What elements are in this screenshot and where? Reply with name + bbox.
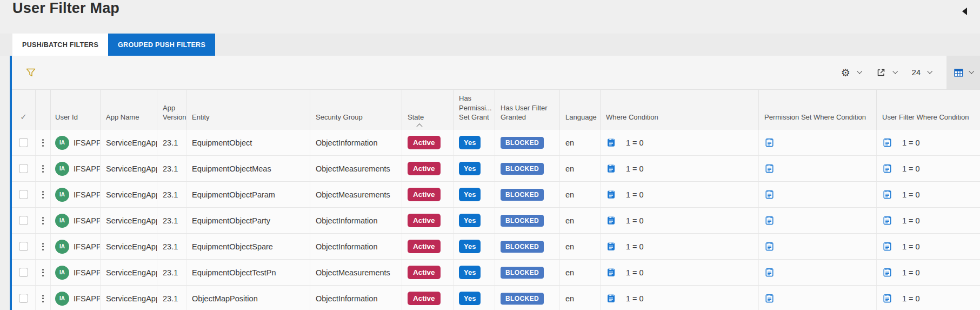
has-permission-set-grant-badge: Yes bbox=[459, 214, 481, 227]
row-menu-kebab-icon[interactable] bbox=[40, 267, 46, 279]
row-checkbox[interactable] bbox=[19, 242, 28, 251]
user-filter-where-condition-icon[interactable] bbox=[882, 215, 892, 226]
row-checkbox[interactable] bbox=[19, 294, 28, 303]
export-icon bbox=[876, 68, 886, 77]
user-filter-where-condition-icon[interactable] bbox=[882, 293, 892, 304]
chevron-down-icon bbox=[892, 69, 898, 74]
header-entity[interactable]: Entity bbox=[186, 90, 310, 130]
has-user-filter-granted-badge: BLOCKED bbox=[501, 293, 544, 305]
has-permission-set-grant-badge: Yes bbox=[459, 162, 481, 175]
user-filter-where-condition-icon[interactable] bbox=[882, 137, 892, 148]
header-kebab-spacer bbox=[36, 90, 51, 130]
filter-icon[interactable] bbox=[25, 67, 37, 78]
where-condition-icon[interactable] bbox=[606, 189, 616, 200]
header-user-filter-where-condition[interactable]: User Filter Where Condition bbox=[877, 90, 980, 130]
header-security-group[interactable]: Security Group bbox=[310, 90, 402, 130]
state-badge: Active bbox=[408, 136, 441, 150]
permission-set-where-condition-icon[interactable] bbox=[764, 267, 775, 278]
user-id-cell: IFSAPP bbox=[74, 164, 101, 173]
header-app-name[interactable]: App Name bbox=[101, 90, 157, 130]
entity-cell: EquipmentObjectMeas bbox=[186, 156, 310, 181]
permission-set-where-condition-icon[interactable] bbox=[764, 137, 775, 148]
permission-set-where-condition-icon[interactable] bbox=[764, 163, 775, 174]
row-menu-kebab-icon[interactable] bbox=[40, 163, 46, 175]
language-cell: en bbox=[560, 156, 601, 181]
row-menu-kebab-icon[interactable] bbox=[40, 137, 46, 149]
row-checkbox[interactable] bbox=[19, 164, 28, 173]
where-condition-icon[interactable] bbox=[606, 293, 616, 304]
header-app-version[interactable]: App Version bbox=[157, 90, 186, 130]
where-condition-icon[interactable] bbox=[606, 241, 616, 252]
user-filter-where-condition-value: 1 = 0 bbox=[902, 268, 920, 277]
user-filter-where-condition-icon[interactable] bbox=[882, 189, 892, 200]
user-avatar: IA bbox=[55, 214, 69, 228]
permission-set-where-condition-icon[interactable] bbox=[764, 215, 775, 226]
app-name-cell: ServiceEngApp bbox=[101, 234, 157, 259]
user-avatar: IA bbox=[55, 292, 69, 306]
language-cell: en bbox=[560, 208, 601, 233]
row-checkbox[interactable] bbox=[19, 268, 28, 277]
row-checkbox[interactable] bbox=[19, 138, 28, 147]
row-menu-kebab-icon[interactable] bbox=[40, 293, 46, 305]
app-version-cell: 23.1 bbox=[157, 234, 186, 259]
has-permission-set-grant-badge: Yes bbox=[459, 240, 481, 253]
page-size-select[interactable]: 24 bbox=[912, 68, 931, 77]
where-condition-icon[interactable] bbox=[606, 267, 616, 278]
app-name-cell: ServiceEngApp bbox=[101, 156, 157, 181]
view-mode-select[interactable] bbox=[946, 56, 980, 89]
header-state[interactable]: State bbox=[402, 90, 454, 130]
security-group-cell: ObjectInformation bbox=[310, 130, 402, 155]
language-cell: en bbox=[560, 182, 601, 207]
export-button[interactable] bbox=[876, 68, 897, 77]
has-user-filter-granted-badge: BLOCKED bbox=[501, 163, 544, 175]
user-id-cell: IFSAPP bbox=[74, 138, 101, 147]
header-language[interactable]: Language bbox=[560, 90, 601, 130]
row-menu-kebab-icon[interactable] bbox=[40, 189, 46, 201]
grid-body: IA IFSAPP ServiceEngApp 23.1 EquipmentOb… bbox=[12, 130, 980, 310]
header-has-user-filter-granted[interactable]: Has User Filter Granted bbox=[495, 90, 560, 130]
permission-set-where-condition-icon[interactable] bbox=[764, 241, 775, 252]
app-version-cell: 23.1 bbox=[157, 182, 186, 207]
user-avatar: IA bbox=[55, 266, 69, 280]
where-condition-value: 1 = 0 bbox=[626, 190, 644, 199]
check-icon: ✓ bbox=[20, 111, 27, 122]
user-id-cell: IFSAPP bbox=[74, 216, 101, 225]
header-has-permission-set-grant[interactable]: Has Permissi... Set Grant bbox=[454, 90, 495, 130]
row-checkbox[interactable] bbox=[19, 216, 28, 225]
app-version-cell: 23.1 bbox=[157, 260, 186, 285]
state-badge: Active bbox=[408, 188, 441, 202]
where-condition-icon[interactable] bbox=[606, 163, 616, 174]
row-menu-kebab-icon[interactable] bbox=[40, 215, 46, 227]
collapse-left-icon[interactable] bbox=[962, 8, 967, 15]
app-name-cell: ServiceEngApp bbox=[101, 208, 157, 233]
chevron-down-icon bbox=[927, 69, 932, 74]
settings-button[interactable]: ⚙ bbox=[841, 68, 861, 78]
has-permission-set-grant-badge: Yes bbox=[459, 188, 481, 201]
tab-grouped-push-filters[interactable]: GROUPED PUSH FILTERS bbox=[108, 34, 215, 56]
user-filter-where-condition-icon[interactable] bbox=[882, 163, 892, 174]
sort-ascending-icon bbox=[416, 123, 422, 129]
app-name-cell: ServiceEngApp bbox=[101, 130, 157, 155]
where-condition-icon[interactable] bbox=[606, 137, 616, 148]
app-name-cell: ServiceEngApp bbox=[101, 182, 157, 207]
tab-push-batch-filters[interactable]: PUSH/BATCH FILTERS bbox=[12, 34, 108, 56]
permission-set-where-condition-icon[interactable] bbox=[764, 189, 775, 200]
header-permission-set-where-condition[interactable]: Permission Set Where Condition bbox=[759, 90, 877, 130]
user-id-cell: IFSAPP bbox=[74, 190, 101, 199]
security-group-cell: ObjectMeasurements bbox=[310, 182, 402, 207]
table-row: IA IFSAPP ServiceEngApp 23.1 EquipmentOb… bbox=[12, 182, 980, 208]
has-user-filter-granted-badge: BLOCKED bbox=[501, 241, 544, 253]
user-avatar: IA bbox=[55, 136, 69, 150]
header-where-condition[interactable]: Where Condition bbox=[601, 90, 759, 130]
row-checkbox[interactable] bbox=[19, 190, 28, 199]
where-condition-icon[interactable] bbox=[606, 215, 616, 226]
row-menu-kebab-icon[interactable] bbox=[40, 241, 46, 253]
user-filter-where-condition-icon[interactable] bbox=[882, 241, 892, 252]
permission-set-where-condition-icon[interactable] bbox=[764, 293, 775, 304]
table-row: IA IFSAPP ServiceEngApp 23.1 EquipmentOb… bbox=[12, 208, 980, 234]
header-user-id[interactable]: User Id bbox=[51, 90, 101, 130]
select-all-checkbox[interactable]: ✓ bbox=[12, 90, 36, 130]
user-filter-where-condition-icon[interactable] bbox=[882, 267, 892, 278]
language-cell: en bbox=[560, 286, 601, 310]
security-group-cell: ObjectMeasurements bbox=[310, 260, 402, 285]
